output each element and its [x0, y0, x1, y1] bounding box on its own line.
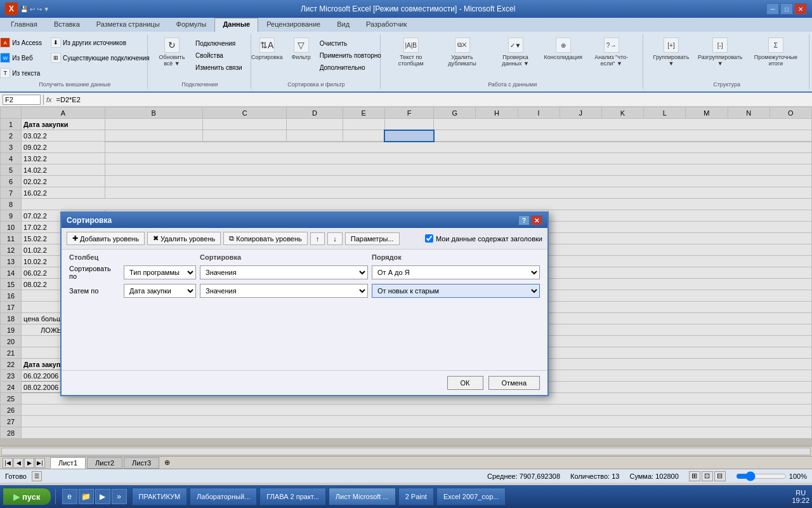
connections-icon: ⊞: [51, 53, 61, 63]
sort-dialog-toolbar: ✚ Добавить уровень ✖ Удалить уровень ⧉ К…: [62, 228, 547, 250]
btn-text-columns[interactable]: |A|B Текст по столбцам: [387, 36, 435, 69]
zoom-slider[interactable]: [736, 472, 787, 480]
sort-column-2-select[interactable]: Дата закупки Тип программы Наименование …: [124, 284, 196, 298]
taskbar-item-praktikum[interactable]: ПРАКТИКУМ: [132, 488, 188, 505]
add-icon: ✚: [72, 234, 78, 243]
btn-data-validation[interactable]: ✓▼ Проверка данных ▼: [490, 36, 542, 69]
tab-vid[interactable]: Вид: [329, 18, 358, 32]
btn-remove-duplicates[interactable]: ⧉✕ Удалить дубликаты: [437, 36, 487, 69]
btn-from-text[interactable]: T Из текста: [0, 66, 45, 80]
sum-display: Сумма: 102800: [629, 472, 678, 480]
btn-other-sources[interactable]: ⬇ Из других источников: [48, 36, 153, 50]
sheet-add-button[interactable]: ⊕: [160, 457, 174, 468]
more-icon[interactable]: »: [112, 489, 127, 504]
close-button[interactable]: ✕: [794, 3, 807, 15]
sort-dialog-help-button[interactable]: ?: [518, 215, 530, 225]
sort-type-1-select[interactable]: Значения Цвет ячейки Цвет шрифта Значок …: [200, 265, 368, 279]
taskbar-item-paint[interactable]: 2 Paint: [398, 488, 434, 505]
status-mode-button[interactable]: ☰: [32, 471, 42, 481]
folder-icon[interactable]: 📁: [79, 489, 94, 504]
ribbon: Главная Вставка Разметка страницы Формул…: [0, 18, 812, 93]
title-bar: X 💾 ↩ ↪ ▼ Лист Microsoft Excel [Режим со…: [0, 0, 812, 18]
spreadsheet: A B C D E F G H I J K L M N O: [0, 107, 812, 446]
sort-type-2-select[interactable]: Значения Цвет ячейки Цвет шрифта Значок …: [200, 284, 368, 298]
status-text: Готово: [5, 472, 27, 480]
sheet-prev-button[interactable]: ◀: [13, 458, 23, 468]
headers-checkbox[interactable]: [425, 234, 433, 243]
delete-level-button[interactable]: ✖ Удалить уровень: [147, 232, 221, 245]
zoom-level: 100%: [789, 472, 807, 480]
move-up-button[interactable]: ↑: [310, 232, 325, 245]
sheet-last-button[interactable]: ▶|: [35, 458, 45, 468]
taskbar-item-excel-ms[interactable]: Лист Microsoft ...: [329, 488, 396, 505]
group-outline-label: Структура: [713, 80, 740, 88]
taskbar-item-glava[interactable]: ГЛАВА 2 практ...: [259, 488, 326, 505]
btn-from-access[interactable]: A Из Access: [0, 36, 45, 50]
minimize-button[interactable]: ─: [766, 3, 779, 15]
btn-refresh-all[interactable]: ↻ Обновить всё ▼: [154, 36, 190, 69]
start-button[interactable]: ▶ пуск: [3, 488, 51, 505]
sheet-next-button[interactable]: ▶: [24, 458, 34, 468]
tab-vstavka[interactable]: Вставка: [46, 18, 88, 32]
sort-dialog-close-button[interactable]: ✕: [531, 215, 542, 225]
btn-svoystva[interactable]: Свойства: [192, 50, 246, 61]
formula-input[interactable]: =D2*E2: [55, 95, 809, 104]
group-sort-filter: ⇅A Сортировка ▽ Фильтр Очистить Применит…: [252, 34, 381, 89]
btn-from-web[interactable]: W Из Веб: [0, 51, 45, 65]
btn-sort[interactable]: ⇅A Сортировка: [248, 36, 285, 62]
tab-recenzirovanie[interactable]: Рецензирование: [258, 18, 329, 32]
sort-dialog-footer: ОК Отмена: [62, 370, 547, 395]
formula-separator: [43, 95, 44, 105]
sort-ok-button[interactable]: ОК: [447, 376, 483, 390]
sheet-tab-list3[interactable]: Лист3: [124, 457, 159, 469]
tab-razrabotchik[interactable]: Разработчик: [358, 18, 415, 32]
btn-what-if[interactable]: ?→ Анализ "что-если" ▼: [585, 36, 638, 69]
btn-primenits-povtorno[interactable]: Применить повторно: [317, 50, 384, 61]
system-clock: RU 19:22: [792, 489, 809, 504]
sort-dialog: Сортировка ? ✕ ✚ Добавить уровень ✖ Удал…: [60, 211, 549, 396]
sort-columns-header: Столбец Сортировка Порядок: [62, 250, 547, 262]
sheet-tab-list2[interactable]: Лист2: [87, 457, 122, 469]
parameters-button[interactable]: Параметры...: [345, 232, 400, 245]
taskbar-item-excel-sop[interactable]: Excel 2007_сор...: [436, 488, 506, 505]
sheet-tab-list1[interactable]: Лист1: [50, 457, 86, 469]
tab-glavnaya[interactable]: Главная: [3, 18, 46, 32]
sort-order-2-select[interactable]: От новых к старым От старых к новым: [372, 284, 540, 298]
copy-icon: ⧉: [229, 234, 234, 243]
normal-view-button[interactable]: ⊞: [689, 471, 700, 481]
btn-existing-connections[interactable]: ⊞ Существующие подключения: [48, 51, 153, 65]
text-icon: T: [0, 68, 10, 78]
btn-consolidate[interactable]: ⊕ Консолидация: [544, 36, 582, 62]
sort-cancel-button[interactable]: Отмена: [488, 376, 540, 390]
move-down-button[interactable]: ↓: [327, 232, 343, 245]
add-level-button[interactable]: ✚ Добавить уровень: [67, 232, 145, 245]
copy-level-button[interactable]: ⧉ Копировать уровень: [223, 232, 308, 245]
page-break-button[interactable]: ⊟: [714, 471, 726, 481]
page-layout-button[interactable]: ⊡: [702, 471, 713, 481]
ie-icon[interactable]: e: [62, 489, 77, 504]
btn-filter[interactable]: ▽ Фильтр: [288, 36, 313, 62]
media-icon[interactable]: ▶: [95, 489, 110, 504]
sheet-first-button[interactable]: |◀: [3, 458, 13, 468]
maximize-button[interactable]: □: [780, 3, 793, 15]
cell-reference[interactable]: F2: [3, 95, 41, 105]
btn-ungroup[interactable]: [-] Разгруппировать ▼: [695, 36, 745, 69]
btn-podklyucheniya[interactable]: Подключения: [192, 38, 246, 49]
sort-column-1-select[interactable]: Тип программы Дата закупки Наименование …: [124, 265, 196, 279]
count-display: Количество: 13: [570, 472, 619, 480]
tab-dannye[interactable]: Данные: [214, 18, 258, 32]
group-connections-label: Подключения: [181, 80, 218, 88]
btn-ochistit[interactable]: Очистить: [317, 38, 384, 49]
taskbar-item-lab[interactable]: Лабораторный...: [190, 488, 257, 505]
tab-razmetka[interactable]: Разметка страницы: [88, 18, 168, 32]
tab-formuly[interactable]: Формулы: [168, 18, 215, 32]
delete-icon: ✖: [153, 234, 159, 243]
group-outline: [+] Группировать ▼ [-] Разгруппировать ▼…: [645, 34, 809, 89]
btn-subtotals[interactable]: Σ Промежуточные итоги: [748, 36, 804, 69]
btn-dopolnitelno[interactable]: Дополнительно: [317, 62, 384, 73]
btn-izmenit-svyazi[interactable]: Изменить связи: [192, 62, 246, 73]
zoom-control: 100%: [736, 472, 807, 480]
horizontal-scrollbar[interactable]: [0, 446, 812, 456]
btn-group[interactable]: [+] Группировать ▼: [650, 36, 692, 69]
sort-order-1-select[interactable]: От А до Я От Я до А: [372, 265, 540, 279]
